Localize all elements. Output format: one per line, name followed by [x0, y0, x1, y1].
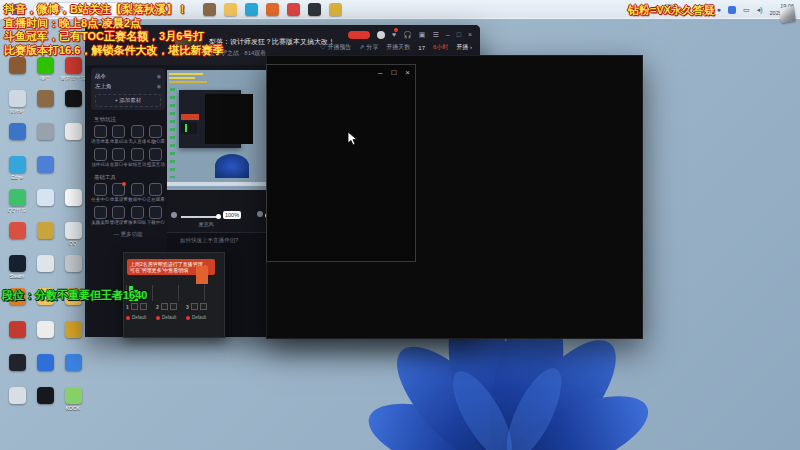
taskbar-app-icon[interactable] — [266, 3, 279, 16]
desktop-icon[interactable] — [58, 288, 88, 306]
desktop-icon[interactable]: 网易云音乐 — [58, 57, 88, 81]
desktop-icon[interactable]: Edge — [2, 156, 32, 180]
eye-icon[interactable]: ◉ — [157, 81, 161, 91]
gift-panel-icon[interactable]: ▣ — [419, 30, 426, 40]
taskbar-search[interactable]: 搜索 — [33, 2, 139, 17]
tool-button[interactable]: 正在观看 — [147, 183, 166, 203]
desktop-icon[interactable] — [30, 354, 60, 372]
scene-item[interactable]: 左上角◉ — [95, 81, 161, 91]
headset-icon[interactable]: 🎧 — [403, 30, 412, 40]
tool-button[interactable]: 美颜美型 — [91, 206, 110, 226]
close-button[interactable]: × — [468, 30, 472, 40]
desktop-icon[interactable]: Steam — [2, 255, 32, 279]
desktop-icon[interactable] — [2, 288, 32, 306]
mixer-channel[interactable]: 2 — [156, 303, 178, 310]
desktop-icon[interactable] — [30, 321, 60, 339]
desktop-icon[interactable] — [2, 222, 32, 240]
desktop-icon[interactable] — [30, 255, 60, 273]
mixer-channel-default: Default — [156, 315, 178, 320]
days-value: 17 — [418, 45, 425, 51]
desktop-icon[interactable] — [2, 354, 32, 372]
mouse-cursor — [347, 131, 358, 146]
heart-icon[interactable]: ♥ — [392, 30, 396, 40]
eye-icon[interactable]: ◉ — [157, 71, 161, 81]
desktop-icon[interactable]: QQ音乐 — [2, 189, 32, 213]
desktop-icon[interactable] — [30, 222, 60, 240]
desktop-icon[interactable] — [2, 123, 32, 141]
network-icon[interactable]: ▭ — [743, 5, 750, 15]
tray-settings-icon[interactable]: ⚙ — [704, 5, 710, 15]
stream-title: 梨落：设计师发狂？比赛版本又搞大改！ — [209, 37, 335, 47]
desktop-icon[interactable] — [58, 354, 88, 372]
tray-app-icon[interactable] — [728, 6, 736, 14]
desktop-icon[interactable] — [2, 387, 32, 405]
tool-button[interactable]: 投票互动 — [147, 148, 166, 168]
tool-button[interactable]: 语音弹幕 — [91, 125, 110, 145]
tool-button[interactable]: 下载中心 — [147, 206, 166, 226]
desktop-icon[interactable] — [30, 387, 60, 405]
mixer-channel[interactable]: 1 — [126, 303, 148, 310]
mic-volume-slider[interactable] — [181, 216, 219, 218]
volume-icon[interactable]: ◂) — [757, 5, 763, 15]
tool-button[interactable]: 任务中心 — [91, 183, 110, 203]
tool-button[interactable]: 弹幕设置 — [110, 183, 129, 203]
tool-button[interactable]: 无人直播 — [128, 125, 147, 145]
tray-chevron-icon[interactable]: ∧ — [691, 5, 696, 15]
dialog-close-button[interactable]: × — [405, 68, 410, 78]
record-dot-icon — [126, 316, 130, 320]
scene-list: 战令◉左上角◉+ 添加素材 — [91, 68, 165, 110]
desktop-icon[interactable] — [58, 321, 88, 339]
mixer-channel[interactable]: 3 — [186, 303, 208, 310]
start-button[interactable] — [14, 4, 25, 15]
tool-button[interactable]: 恢复旧版 — [128, 206, 147, 226]
taskbar-app-icon[interactable] — [329, 3, 342, 16]
taskbar-app-icon[interactable] — [308, 3, 321, 16]
desktop-icon[interactable] — [2, 57, 32, 75]
tool-button[interactable]: 数据中心 — [128, 183, 147, 203]
weather-widget[interactable]: 15°C 局部多云 — [653, 4, 684, 15]
dialog-maximize-button[interactable]: □ — [391, 68, 396, 78]
scene-item[interactable]: 战令◉ — [95, 71, 161, 81]
taskbar-app-icon[interactable] — [287, 3, 300, 16]
black-app-window[interactable]: – □ × — [266, 55, 643, 339]
tool-button[interactable]: 挂件玩法 — [91, 148, 110, 168]
menu-icon[interactable]: ☰ — [432, 30, 438, 40]
desktop-icon[interactable]: KOOK — [58, 387, 88, 411]
avatar[interactable] — [377, 31, 385, 39]
maximize-button[interactable]: □ — [457, 30, 461, 40]
desktop-icon[interactable] — [30, 288, 60, 306]
quickstart-tip-link[interactable]: 如何快速上手直播伴侣? — [180, 237, 238, 244]
tray-mic-icon[interactable]: ● — [717, 5, 721, 15]
more-tools-button[interactable]: — 更多功能 — [88, 231, 168, 238]
weather-icon — [653, 6, 661, 14]
desktop-icon[interactable] — [30, 189, 60, 207]
desktop-icon[interactable] — [30, 156, 60, 174]
desktop-icon[interactable]: 微信 — [30, 57, 60, 81]
desktop-icon[interactable] — [58, 90, 88, 108]
start-stream-button[interactable]: 开播 › — [456, 43, 472, 52]
share-button[interactable]: ⇗ 分享 — [360, 43, 379, 52]
desktop-icon[interactable] — [30, 123, 60, 141]
section-header: 基础工具 — [94, 174, 168, 181]
desktop-icon[interactable] — [58, 255, 88, 273]
tool-button[interactable]: 弹幕玩法 — [110, 125, 129, 145]
promo-badge[interactable] — [348, 31, 370, 39]
tool-button[interactable]: 全屏口令 — [110, 148, 129, 168]
taskbar-app-icon[interactable] — [245, 3, 258, 16]
taskbar-app-icon[interactable] — [203, 3, 216, 16]
add-source-button[interactable]: + 添加素材 — [95, 94, 161, 107]
tool-button[interactable]: 礼物心愿 — [147, 125, 166, 145]
taskbar-app-icon[interactable] — [224, 3, 237, 16]
desktop-icon[interactable] — [58, 189, 88, 207]
tool-button[interactable]: 贴纸互动 — [128, 148, 147, 168]
desktop-icon[interactable]: QQ — [58, 222, 88, 246]
dialog-minimize-button[interactable]: – — [378, 68, 382, 78]
desktop-icon[interactable] — [30, 90, 60, 108]
desktop-icon[interactable] — [2, 321, 32, 339]
preview-announce-button[interactable]: ♡ 开播预告 — [320, 43, 352, 52]
mixer-channel-default: Default — [186, 315, 208, 320]
desktop-icon[interactable]: 回收站 — [2, 90, 32, 114]
desktop-icon[interactable] — [58, 123, 88, 141]
minimize-button[interactable]: – — [446, 30, 450, 40]
tool-button[interactable]: 管理设置 — [110, 206, 129, 226]
